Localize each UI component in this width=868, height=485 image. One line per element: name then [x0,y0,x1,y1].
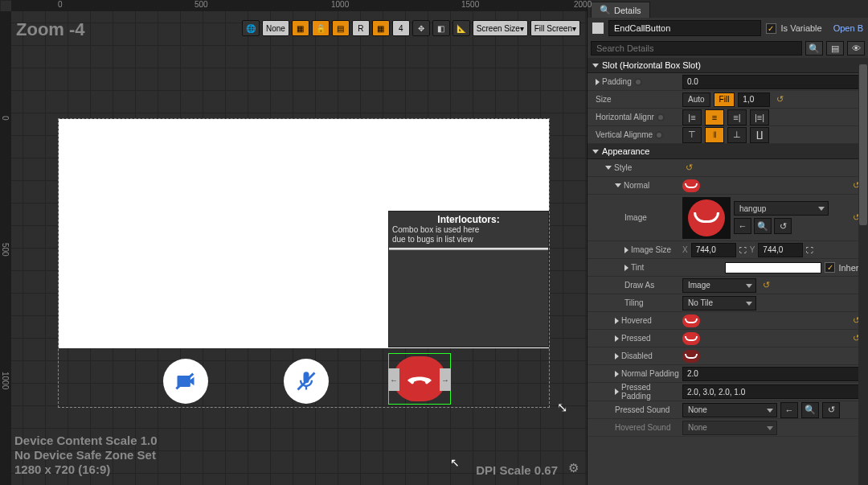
row-tint: Tint Inherit [588,259,868,277]
screen-size-dropdown[interactable]: Screen Size▾ [473,20,528,36]
none-button[interactable]: None [262,20,289,36]
expand-x-icon[interactable]: ⛶ [739,246,747,254]
ruler-tick: 1500 [461,0,479,9]
valign-top-icon[interactable]: ⊤ [682,127,702,143]
image-asset-dropdown[interactable]: hangup [734,201,829,216]
layout-outline-button[interactable]: ▦ [292,20,309,36]
selected-widget-outline[interactable]: ← → [388,353,451,405]
browse-asset-icon[interactable]: 🔍 [754,218,772,234]
device-info: Device Content Scale 1.0 No Device Safe … [14,434,158,477]
use-selected-asset-icon[interactable]: ← [734,218,751,234]
pressed-padding-input[interactable] [682,384,863,399]
localization-button[interactable]: 🌐 [242,20,260,36]
ruler-tick: 500 [194,0,208,9]
row-pressed-sound: Pressed Sound None ← 🔍 ↺ [588,401,868,419]
interlocutors-title: Interlocutors: [389,214,548,225]
row-pressed: Pressed ↺ [588,330,868,347]
size-fill-button[interactable]: Fill [714,92,735,107]
section-appearance[interactable]: Appearance [588,144,868,159]
grid-size-field[interactable]: 4 [392,20,410,36]
row-normal: Normal ↺ [588,177,868,195]
move-icon[interactable]: ✥ [412,20,430,36]
style-preview-chip [682,332,700,345]
valign-center-icon[interactable]: ⫴ [705,127,724,143]
reset-to-default-icon[interactable]: ↺ [760,280,773,290]
expand-triangle-icon[interactable] [605,166,612,170]
image-size-y-input[interactable] [758,243,803,257]
expand-triangle-icon[interactable] [596,79,600,85]
browse-asset-icon[interactable]: 🔍 [801,402,819,418]
expand-triangle-icon[interactable] [615,371,619,377]
expand-triangle-icon[interactable] [615,353,619,360]
image-size-x-input[interactable] [691,243,736,257]
expand-triangle-icon[interactable] [615,183,621,187]
inherit-checkbox[interactable] [825,262,835,273]
expand-triangle-icon[interactable] [624,247,628,253]
use-selected-asset-icon[interactable]: ← [780,402,798,418]
open-blueprint-link[interactable]: Open B [833,23,863,33]
tiling-dropdown[interactable]: No Tile [682,296,756,310]
size-auto-button[interactable]: Auto [682,92,710,107]
tint-color-swatch[interactable] [725,262,821,273]
resize-handle-right-icon[interactable]: → [440,368,451,391]
details-scroll-area[interactable]: Slot (Horizontal Box Slot) Padding Size … [588,58,868,485]
toggle-mic-button[interactable] [284,359,329,404]
normal-padding-input[interactable] [682,367,863,381]
details-scrollbar[interactable] [858,64,868,485]
resize-corner-icon[interactable]: ⤡ [557,400,567,415]
expand-triangle-icon[interactable] [615,388,619,395]
search-icon[interactable]: 🔍 [805,41,823,55]
r-button[interactable]: R [352,20,370,36]
interlocutors-note: Combo box is used here [389,225,548,235]
combo-box-placeholder[interactable] [389,248,548,250]
resolution-icon[interactable]: 📐 [452,20,470,36]
hovered-sound-dropdown[interactable]: None [682,421,777,435]
valign-bottom-icon[interactable]: ⊥ [727,127,747,143]
section-slot[interactable]: Slot (Horizontal Box Slot) [588,58,868,73]
reset-to-default-icon[interactable]: ↺ [773,94,787,105]
is-variable-checkbox[interactable] [766,23,776,34]
image-asset-preview[interactable] [682,197,731,239]
halign-center-icon[interactable]: ≡ [705,109,724,125]
reset-to-default-icon[interactable]: ↺ [682,162,696,173]
expand-triangle-icon[interactable] [624,265,628,271]
bind-pin-icon[interactable] [657,113,665,121]
expand-triangle-icon[interactable] [615,335,619,342]
pressed-sound-dropdown[interactable]: None [682,403,777,417]
padding-input[interactable] [682,75,863,89]
viewport-toolbar: 🌐 None ▦ 🔒 ▤ R ▦ 4 ✥ ◧ 📐 Screen Size▾ Fi… [242,19,580,37]
toggle-camera-button[interactable] [163,359,208,404]
halign-left-icon[interactable]: |≡ [682,109,702,125]
draw-as-dropdown[interactable]: Image [682,278,756,293]
ruler-tick: 0 [58,0,63,9]
resize-handle-left-icon[interactable]: ← [388,368,399,391]
expand-y-icon[interactable]: ⛶ [806,246,813,254]
row-pressed-padding: Pressed Padding [588,383,868,401]
size-value-input[interactable] [738,92,770,107]
grid-toggle-button[interactable]: ▦ [372,20,390,36]
halign-right-icon[interactable]: ≡| [727,109,747,125]
expand-triangle-icon[interactable] [615,318,619,324]
visibility-eye-icon[interactable]: 👁 [847,41,865,55]
search-details-input[interactable] [591,41,802,55]
lock-icon[interactable]: 🔒 [312,20,330,36]
tab-details[interactable]: 🔍 Details [591,2,650,18]
scrollbar-thumb[interactable] [859,64,867,225]
phone-hangup-icon [406,372,433,385]
zoom-tool-icon[interactable]: ◧ [432,20,450,36]
reset-asset-icon[interactable]: ↺ [774,218,792,234]
halign-fill-icon[interactable]: |≡| [750,109,769,125]
valign-fill-icon[interactable]: ∐ [750,127,769,143]
fill-screen-dropdown[interactable]: Fill Screen▾ [530,20,580,36]
bind-pin-icon[interactable] [655,131,663,139]
ruler-vertical: 0 500 1000 [0,11,11,485]
viewport-settings-gear-icon[interactable]: ⚙ [568,461,579,475]
layout-dash-button[interactable]: ▤ [332,20,350,36]
ruler-tick: 2000 [574,0,592,9]
property-matrix-icon[interactable]: ▤ [826,41,844,55]
reset-asset-icon[interactable]: ↺ [822,402,840,418]
end-call-button[interactable] [393,356,446,401]
bind-pin-icon[interactable] [634,78,642,86]
widget-root-area[interactable]: Interlocutors: Combo box is used here du… [59,119,549,407]
widget-name-input[interactable] [608,20,761,36]
